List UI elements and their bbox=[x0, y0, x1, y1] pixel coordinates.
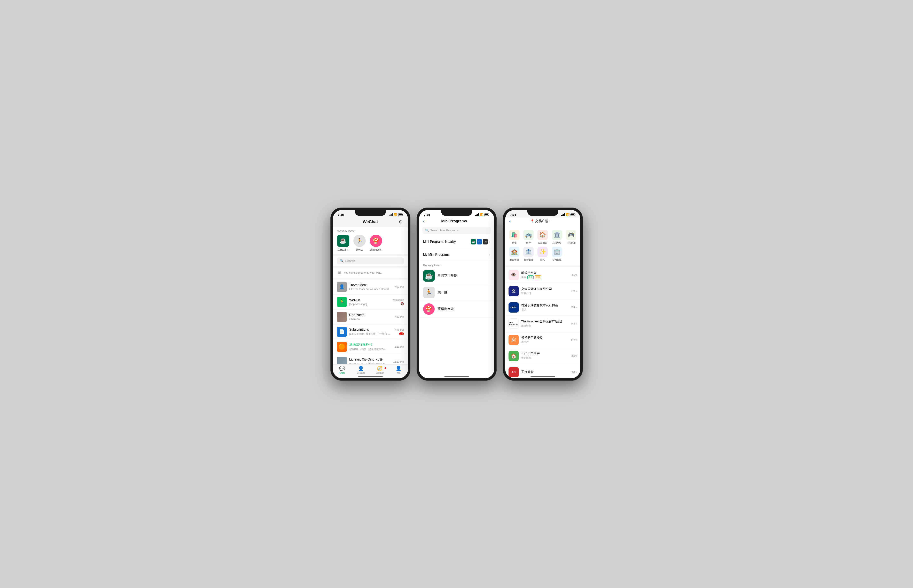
back-button-2[interactable]: ‹ bbox=[423, 219, 424, 223]
mini-name-jump: 跳一跳 bbox=[437, 290, 447, 294]
tab-discover-label: Discover bbox=[376, 372, 384, 374]
leisure-icon: 🎮 bbox=[566, 230, 576, 240]
dist-korean: 256m bbox=[571, 274, 577, 276]
category-transit[interactable]: 🚌 出行 bbox=[521, 228, 536, 246]
home-indicator-3 bbox=[531, 376, 555, 376]
category-life[interactable]: 🏠 生活服务 bbox=[536, 228, 550, 246]
battery-icon-3 bbox=[570, 213, 575, 216]
mini-recent-mogu[interactable]: 🍄 蘑菇街女装 bbox=[419, 301, 494, 318]
chat-item-didi[interactable]: 🟠 滴滴出行服务号 致2018，和你一起走过的365天 2:11 PM bbox=[333, 339, 408, 354]
name-house2: 斗门二手房产 bbox=[521, 352, 568, 356]
chat-preview-ren: i think so bbox=[349, 318, 392, 321]
recent-app-starbucks[interactable]: ☕ 星巴克用... bbox=[337, 234, 349, 251]
phone2-screen: 7:35 📶 ‹ Mini Programs bbox=[419, 210, 494, 378]
phone-wechat: 7:35 📶 WeChat ⊕ bbox=[330, 208, 410, 381]
discover-icon: 🧭 bbox=[377, 366, 383, 372]
phone-miniprograms: 7:35 📶 ‹ Mini Programs bbox=[417, 208, 497, 381]
category-beauty[interactable]: ✨ 丽人 bbox=[536, 246, 550, 263]
sub-korean: 美容 会员 优惠 bbox=[521, 275, 568, 279]
tab-chats[interactable]: 💬 Chats bbox=[333, 366, 352, 374]
tag-discount: 优惠 bbox=[535, 275, 541, 279]
info-oetc: 香港职业教育技术认证协会 培训 bbox=[521, 303, 568, 311]
nearby-item-oetc[interactable]: OETC 香港职业教育技术认证协会 培训 454m bbox=[505, 299, 580, 316]
chat-item-trevor[interactable]: 👤 Trevor Metz Like the leafs but we need… bbox=[333, 279, 408, 294]
icon-bank-nearby: 交 bbox=[508, 286, 519, 296]
chat-item-werun[interactable]: 🏃 WeRun [App Message] Yesterday 🔇 bbox=[333, 294, 408, 310]
phones-container: 7:35 📶 WeChat ⊕ bbox=[330, 208, 583, 381]
chat-item-subscriptions[interactable]: 📄 Subscriptions [13] LinkedIn: 和妈妈打了一场官司… bbox=[333, 325, 408, 339]
search-icon-2: 🔍 bbox=[425, 229, 429, 232]
category-leisure[interactable]: 🎮 休闲娱乐 bbox=[564, 228, 578, 246]
avatar-subscriptions: 📄 bbox=[337, 327, 347, 337]
search-input-1[interactable]: 🔍 Search bbox=[337, 257, 404, 264]
phone-nearby: 7:35 📶 ‹ 📍 交易广场 › bbox=[503, 208, 583, 381]
avatar-trevor: 👤 bbox=[337, 282, 347, 292]
mini-name-mogu: 蘑菇街女装 bbox=[437, 307, 454, 311]
dist-house1: 547m bbox=[571, 338, 577, 341]
tab-discover[interactable]: 🧭 Discover bbox=[371, 366, 389, 374]
add-button[interactable]: ⊕ bbox=[398, 219, 404, 225]
dist-house2: 680m bbox=[571, 355, 577, 357]
category-bank[interactable]: 🏦 银行金融 bbox=[521, 246, 536, 263]
nearby-item-kooples[interactable]: THEKOOPLES The Kooples(金钟太古广场店) 服饰鞋包 545… bbox=[505, 316, 580, 332]
nearby-sample-icon-1: ☕ bbox=[471, 239, 476, 244]
category-biz[interactable]: 🏢 公司企业 bbox=[550, 246, 564, 263]
category-shopping-label: 购物 bbox=[512, 241, 516, 244]
sub-oetc: 培训 bbox=[521, 308, 568, 311]
category-edu-label: 教育学校 bbox=[510, 258, 519, 261]
chat-item-ren[interactable]: Ren Yuefei i think so 7:32 PM bbox=[333, 310, 408, 325]
chat-name-trevor: Trevor Metz bbox=[349, 283, 392, 287]
signal-icon-3 bbox=[561, 213, 565, 216]
name-kooples: The Kooples(金钟太古广场店) bbox=[521, 320, 568, 323]
category-culture[interactable]: 🏛️ 文化场馆 bbox=[550, 228, 564, 246]
category-edu[interactable]: 🏫 教育学校 bbox=[507, 246, 521, 263]
life-icon: 🏠 bbox=[537, 230, 548, 240]
mini-search-bar[interactable]: 🔍 Search Mini Programs bbox=[423, 227, 491, 234]
mini-name-starbucks: 星巴克用星说 bbox=[437, 274, 457, 278]
category-biz-label: 公司企业 bbox=[552, 258, 562, 261]
name-bank: 交银国际证券有限公司 bbox=[521, 287, 568, 291]
shopping-icon: 🛍️ bbox=[509, 230, 520, 240]
mac-notice-text: You have signed onto your Mac. bbox=[344, 271, 382, 274]
battery-icon-2 bbox=[484, 213, 489, 216]
nearby-item-house2[interactable]: 🏠 斗门二手房产 中介机构 680m bbox=[505, 348, 580, 364]
nearby-item-house1[interactable]: 房 横琴房产新楼盘 房地产 547m bbox=[505, 332, 580, 348]
recent-app-mogu[interactable]: 🍄 蘑菇街女装 bbox=[370, 234, 382, 251]
nearby-item-korean[interactable]: 👁️ 韩式半永久 美容 会员 优惠 256m bbox=[505, 267, 580, 283]
home-indicator-2 bbox=[444, 376, 469, 376]
chat-meta-werun: Yesterday 🔇 bbox=[393, 299, 404, 305]
chat-time-ren: 7:32 PM bbox=[395, 315, 404, 318]
chat-preview-didi: 致2018，和你一起走过的365天 bbox=[349, 347, 392, 351]
sub-house1: 房地产 bbox=[521, 340, 568, 344]
icon-house1: 房 bbox=[508, 335, 519, 345]
search-bar-1[interactable]: 🔍 Search bbox=[333, 256, 408, 266]
category-shopping[interactable]: 🛍️ 购物 bbox=[507, 228, 521, 246]
jump-icon: 🏃 bbox=[353, 234, 366, 247]
category-bank-label: 银行金融 bbox=[524, 258, 533, 261]
chat-name-liu: Liu Yan, Xie Qing, 心静 bbox=[349, 357, 391, 362]
badge-subscriptions: 13 bbox=[399, 333, 404, 335]
name-oetc: 香港职业教育技术认证协会 bbox=[521, 303, 568, 307]
status-icons-2: 📶 bbox=[475, 213, 489, 216]
chat-preview-subscriptions: [13] LinkedIn: 和妈妈打了一场官司后，我告别了 ... bbox=[349, 332, 392, 336]
icon-oetc: OETC bbox=[508, 302, 519, 313]
mini-recent-jump[interactable]: 🏃 跳一跳 bbox=[419, 284, 494, 301]
mini-my-item[interactable]: My Mini Programs › bbox=[419, 250, 494, 260]
mini-nearby-item[interactable]: Mini Programs Nearby ☕ 交 ETC › bbox=[419, 236, 494, 248]
recent-app-jump[interactable]: 🏃 跳一跳 bbox=[353, 234, 366, 251]
avatar-werun: 🏃 bbox=[337, 297, 347, 307]
tab-contacts[interactable]: 👤 Contacts bbox=[351, 366, 371, 374]
mini-recent-starbucks[interactable]: ☕ 星巴克用星说 bbox=[419, 268, 494, 284]
icon-house2: 🏠 bbox=[508, 351, 519, 361]
back-button-3[interactable]: ‹ bbox=[509, 219, 511, 223]
tab-me[interactable]: 👤 Me bbox=[389, 366, 408, 374]
mini-section-nearby: Mini Programs Nearby ☕ 交 ETC › bbox=[419, 236, 494, 248]
category-placeholder bbox=[564, 246, 578, 263]
starbucks-label: 星巴克用... bbox=[338, 248, 348, 251]
nearby-item-bank[interactable]: 交 交银国际证券有限公司 证券公司 273m bbox=[505, 283, 580, 299]
wechat-title: WeChat bbox=[343, 220, 398, 224]
dist-oetc: 454m bbox=[571, 306, 577, 309]
chevron-nearby: › bbox=[489, 240, 490, 244]
transit-icon: 🚌 bbox=[523, 230, 534, 240]
tab-me-label: Me bbox=[397, 372, 400, 374]
